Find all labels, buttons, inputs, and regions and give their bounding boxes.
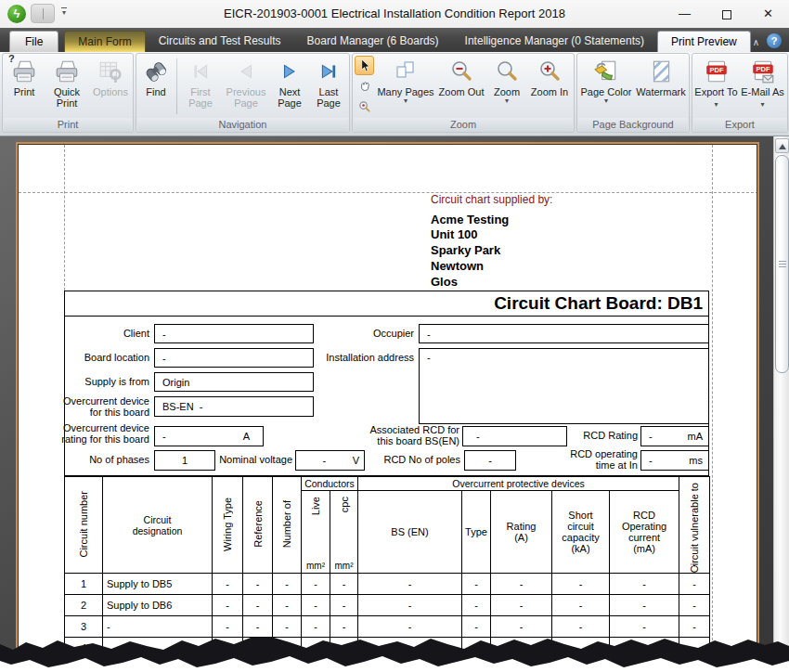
find-button[interactable]: Find — [137, 55, 175, 118]
field-rcd-rating: -mA — [640, 426, 709, 446]
field-label-client: Client — [57, 328, 149, 339]
table-cell: - — [302, 616, 330, 638]
export-pdf-icon: PDF — [704, 57, 730, 86]
unit-label: mA — [688, 431, 704, 442]
table-cell: - — [358, 595, 462, 616]
title-bar: ϟ ▾ EICR-201903-0001 Electrical Installa… — [0, 0, 789, 28]
field-label-rcd-time: RCD operating time at In — [536, 448, 638, 471]
address-line: Glos — [431, 274, 552, 290]
previous-page-button[interactable]: Previous Page — [222, 55, 270, 118]
table-cell: - — [330, 595, 358, 616]
table-cell: - — [462, 574, 491, 595]
table-cell: - — [103, 638, 213, 659]
hand-tool-button[interactable] — [355, 76, 374, 96]
col-header-cpc: cpcmm² — [330, 491, 358, 574]
group-header-conductors: Conductors — [302, 477, 358, 491]
binoculars-icon — [143, 57, 169, 86]
unit-label: ms — [689, 455, 703, 466]
many-pages-button[interactable]: Many Pages ▾ — [376, 55, 435, 118]
table-cell: - — [273, 595, 302, 616]
zoom-region-icon — [358, 100, 370, 112]
page-color-button[interactable]: Page Color ▾ — [578, 55, 634, 118]
zoom-button[interactable]: Zoom ▾ — [487, 55, 526, 118]
quick-print-button[interactable]: Quick Print — [45, 55, 89, 118]
tab-board-manager[interactable]: Board Manager (6 Boards) — [294, 31, 452, 52]
field-installation-address: - — [419, 348, 709, 424]
field-overcurrent-device: BS-EN - — [154, 396, 314, 417]
help-icon[interactable]: ? — [767, 33, 782, 48]
table-cell: - — [358, 616, 462, 638]
group-label-navigation: Navigation — [137, 118, 348, 132]
table-cell: - — [491, 638, 552, 659]
watermark-icon — [648, 57, 674, 86]
table-cell: - — [610, 616, 679, 638]
field-rcd-poles: - — [464, 450, 516, 471]
tab-main-form[interactable]: Main Form — [64, 31, 145, 52]
table-cell: 2 — [65, 595, 103, 616]
field-label-occupier: Occupier — [321, 328, 414, 339]
table-cell: - — [462, 638, 491, 659]
table-cell: Supply to DB6 — [103, 595, 213, 616]
table-cell: - — [679, 616, 710, 638]
svg-text:PDF: PDF — [756, 65, 770, 73]
field-label-supply-from: Supply is from — [47, 376, 149, 387]
next-page-button[interactable]: Next Page — [270, 55, 309, 118]
collapse-ribbon-icon[interactable]: ∧ — [753, 37, 759, 47]
table-cell: - — [679, 574, 710, 595]
table-cell: - — [462, 595, 491, 616]
zoom-out-button[interactable]: Zoom Out — [435, 55, 487, 118]
dropdown-arrow-icon: ▾ — [604, 97, 608, 105]
options-button[interactable]: Options — [89, 55, 132, 118]
table-cell: - — [273, 574, 302, 595]
tab-print-preview[interactable]: Print Preview — [657, 31, 751, 52]
zoom-out-icon — [449, 57, 473, 86]
col-header-type: Type — [462, 491, 491, 574]
supplied-by-label: Circuit chart supplied by: — [431, 193, 552, 206]
field-label-installation-address: Installation address — [303, 352, 414, 363]
export-to-button[interactable]: PDF Export To ▾ — [693, 55, 739, 118]
col-header-circuit-vulnerable: Circuit vulnerable to- — [679, 477, 710, 574]
scrollbar-thumb[interactable] — [775, 155, 789, 373]
tab-file[interactable]: File — [9, 31, 58, 52]
ribbon-group-export: PDF Export To ▾ PDF E-Mail As ▾ Export — [692, 53, 788, 133]
table-cell: - — [358, 638, 462, 659]
col-header-wiring-type: Wiring Type — [213, 477, 243, 574]
preview-scrollbar[interactable] — [773, 136, 789, 672]
close-button[interactable]: ✕ — [747, 0, 789, 28]
zoom-region-tool-button[interactable] — [355, 97, 374, 116]
address-line: Unit 100 — [431, 226, 552, 242]
col-header-bs-en: BS (EN) — [358, 491, 462, 574]
col-header-short-circuit: Short circuit capacity (kA) — [552, 491, 610, 574]
col-header-rcd-operating: RCD Operating current (mA) — [610, 491, 679, 574]
field-label-rcd-poles: RCD No of poles — [360, 454, 460, 465]
table-cell: - — [243, 616, 273, 638]
pointer-tool-button[interactable] — [355, 56, 374, 75]
scroll-up-button[interactable] — [775, 138, 789, 153]
zoom-in-button[interactable]: Zoom In — [526, 55, 573, 118]
table-cell: - — [302, 574, 330, 595]
col-header-live: Livemm² — [302, 491, 330, 574]
field-label-overcurrent-rating: Overcurrent device rating for this board — [30, 422, 149, 445]
last-page-button[interactable]: Last Page — [309, 55, 348, 118]
minimize-button[interactable]: — — [664, 0, 705, 28]
table-cell: 4 — [65, 638, 103, 659]
watermark-button[interactable]: Watermark — [634, 55, 688, 118]
table-cell: - — [552, 595, 610, 616]
print-button[interactable]: ? Print — [4, 55, 45, 118]
print-preview-area: Circuit chart supplied by: Acme Testing … — [0, 136, 789, 672]
maximize-button[interactable] — [705, 0, 747, 28]
address-line: Newtown — [431, 258, 552, 274]
first-page-button[interactable]: First Page — [179, 55, 222, 118]
col-header-number-of: Number of — [273, 477, 302, 574]
email-as-button[interactable]: PDF E-Mail As ▾ — [739, 55, 786, 118]
group-label-page-background: Page Background — [578, 118, 688, 132]
field-supply-from: Origin — [154, 372, 314, 392]
table-cell: - — [610, 638, 679, 659]
tab-intelligence-manager[interactable]: Intelligence Manager (0 Statements) — [452, 31, 657, 52]
table-cell: - — [330, 574, 358, 595]
options-icon — [97, 57, 123, 86]
tab-circuits-test-results[interactable]: Circuits and Test Results — [146, 31, 294, 52]
ribbon: ? Print Quick Print Options — [0, 52, 789, 136]
table-row: 3------------ — [65, 616, 710, 638]
group-label-export: Export — [693, 118, 786, 132]
